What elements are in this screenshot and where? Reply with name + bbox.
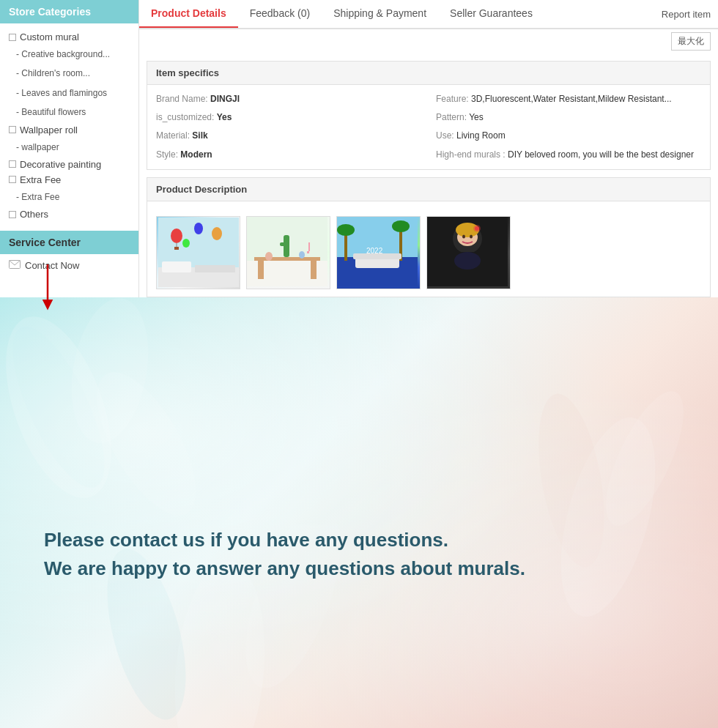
sidebar-item-creative-bg[interactable]: - Creative background... [0,45,138,64]
svg-point-8 [182,239,190,248]
product-image-4[interactable] [426,216,511,289]
svg-rect-4 [195,265,235,272]
svg-rect-18 [280,242,289,246]
annotation-arrow [40,261,84,312]
item-specifics-section: Item specifics Brand Name: DINGJI Featur… [147,61,711,170]
svg-rect-15 [258,261,264,279]
collapse-icon [9,211,16,218]
spec-style: Style: Modern [156,148,421,162]
svg-point-19 [265,252,273,261]
svg-rect-14 [254,257,320,261]
svg-point-7 [212,227,222,240]
collapse-icon [9,176,16,183]
svg-point-38 [470,234,473,238]
tabs-container: Product Details Feedback (0) Shipping & … [139,0,662,28]
sidebar-item-decorative-painting[interactable]: Decorative painting [0,157,138,172]
item-specifics-header: Item specifics [147,62,710,85]
spec-use: Use: Living Room [436,129,701,143]
sidebar-item-extra-fee[interactable]: Extra Fee [0,172,138,187]
bottom-promo-section: Please contact us if you have any questi… [0,297,718,728]
promo-line-1: Please contact us if you have any questi… [44,526,674,554]
svg-rect-22 [308,242,310,251]
svg-rect-23 [307,251,309,253]
sidebar-item-leaves-flamingos[interactable]: - Leaves and flamingos [0,83,138,103]
sidebar-item-others[interactable]: Others [0,207,138,222]
service-center-header: Service Center [0,231,138,254]
mail-icon [9,260,21,271]
product-images-row: 2022 [147,201,710,297]
spec-high-end-murals: High-end murals : DIY beloved room, you … [436,148,701,162]
collapse-icon [9,160,16,168]
report-item-link[interactable]: Report item [662,9,711,20]
svg-point-20 [299,251,305,259]
tab-product-details[interactable]: Product Details [139,0,238,28]
svg-text:2022: 2022 [366,247,383,255]
product-description-section: Product Description [147,177,711,297]
specifics-grid: Brand Name: DINGJI Feature: 3D,Fluoresce… [147,85,710,169]
tab-feedback[interactable]: Feedback (0) [238,0,322,28]
spec-feature: Feature: 3D,Fluorescent,Water Resistant,… [436,92,701,106]
spec-is-customized: is_customized: Yes [156,111,421,125]
sidebar-item-wallpaper-roll[interactable]: Wallpaper roll [0,122,138,138]
product-image-2[interactable] [246,216,330,289]
feather-overlay [0,297,718,728]
promo-text: Please contact us if you have any questi… [44,526,674,583]
svg-point-5 [171,229,182,243]
sidebar-item-wallpaper[interactable]: - wallpaper [0,138,138,157]
sidebar-item-extra-fee-child[interactable]: - Extra Fee [0,187,138,207]
sidebar: Store Categories Custom mural - Creative… [0,0,139,297]
main-content: Product Details Feedback (0) Shipping & … [139,0,718,297]
svg-rect-3 [162,261,191,272]
spec-material: Material: Silk [156,129,421,143]
collapse-icon [9,126,16,133]
svg-point-6 [194,223,203,234]
svg-point-42 [454,252,481,270]
store-categories-header: Store Categories [0,0,138,23]
sidebar-categories: Custom mural - Creative background... - … [0,23,138,228]
collapse-icon [9,34,16,41]
promo-line-2: We are happy to answer any questions abo… [44,554,674,583]
svg-point-40 [475,226,479,231]
tab-seller-guarantees[interactable]: Seller Guarantees [438,0,544,28]
spec-pattern: Pattern: Yes [436,111,701,125]
product-description-header: Product Description [147,178,710,201]
svg-rect-10 [174,247,179,250]
sidebar-item-beautiful-flowers[interactable]: - Beautiful flowers [0,103,138,122]
svg-rect-16 [311,261,317,279]
svg-point-29 [392,220,410,232]
svg-point-27 [337,224,355,236]
tabs-bar: Product Details Feedback (0) Shipping & … [139,0,718,29]
tab-shipping-payment[interactable]: Shipping & Payment [322,0,438,28]
maximize-button[interactable]: 最大化 [671,32,711,51]
sidebar-item-childrens-room[interactable]: - Children's room... [0,64,138,83]
spec-brand-name: Brand Name: DINGJI [156,92,421,106]
svg-point-37 [462,234,465,238]
sidebar-item-custom-mural[interactable]: Custom mural [0,29,138,45]
product-image-1[interactable] [156,216,240,289]
product-image-3[interactable]: 2022 [336,216,421,289]
